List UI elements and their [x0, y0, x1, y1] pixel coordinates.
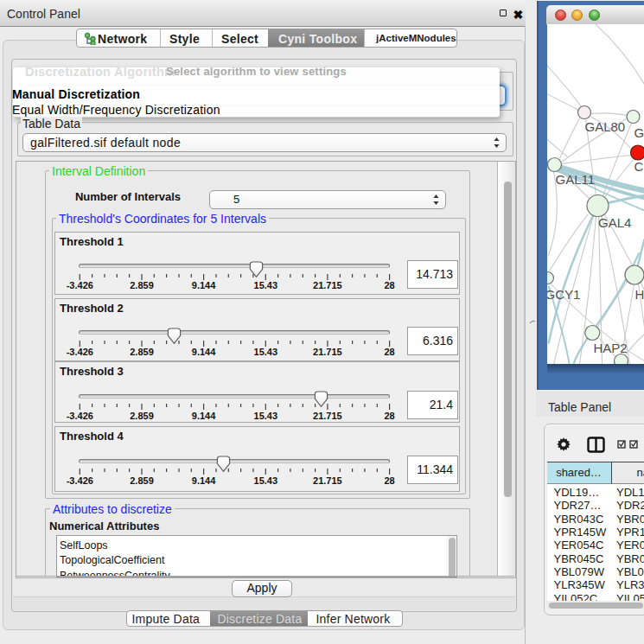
svg-text:G.: G.	[634, 124, 644, 139]
svg-text:C: C	[634, 158, 643, 173]
svg-text:GCY1: GCY1	[547, 286, 580, 301]
svg-text:GAL4: GAL4	[598, 214, 631, 229]
svg-text:GAL80: GAL80	[584, 118, 625, 133]
svg-text:H: H	[634, 286, 644, 301]
svg-text:GAL11: GAL11	[555, 171, 595, 186]
svg-text:HAP2: HAP2	[593, 340, 627, 354]
